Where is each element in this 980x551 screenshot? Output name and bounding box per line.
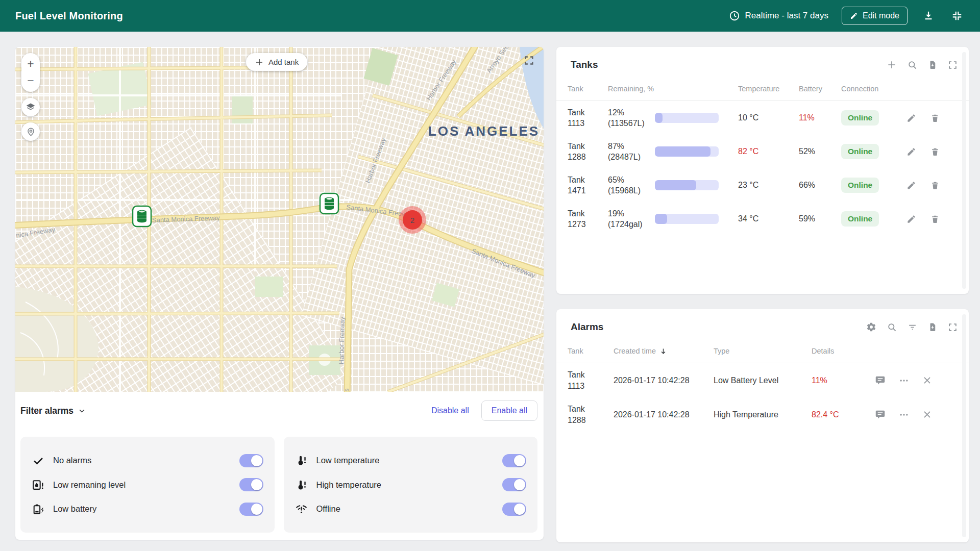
filter-item-low-battery: Low battery xyxy=(32,503,263,516)
enable-all-button[interactable]: Enable all xyxy=(481,400,537,421)
alarm-dismiss-button[interactable] xyxy=(922,410,932,419)
alarms-panel: Alarms Tank xyxy=(556,309,969,542)
edit-tank-button[interactable] xyxy=(906,181,916,190)
delete-tank-button[interactable] xyxy=(930,113,940,123)
settings-button[interactable] xyxy=(866,322,876,332)
filter-item-no-alarms: No alarms xyxy=(32,454,263,467)
filter-item-low-temperature: Low temperature xyxy=(295,454,527,467)
tank-marker[interactable] xyxy=(320,193,338,214)
tank-row[interactable]: Tank1273 19%(1724gal) 34 °C 59% Online xyxy=(556,202,969,236)
map-layers-button[interactable] xyxy=(21,98,40,116)
trash-icon xyxy=(930,147,940,157)
low-temperature-toggle[interactable] xyxy=(502,454,526,467)
status-badge: Online xyxy=(841,178,879,193)
gear-icon xyxy=(866,322,876,332)
delete-tank-button[interactable] xyxy=(930,147,940,157)
svg-text:Harbor Freeway: Harbor Freeway xyxy=(337,316,346,364)
alarm-dismiss-button[interactable] xyxy=(922,375,932,385)
tank-marker[interactable] xyxy=(133,206,151,227)
svg-text:Harbor Trans: Harbor Trans xyxy=(342,388,350,392)
close-icon xyxy=(922,375,932,385)
map-locate-button[interactable] xyxy=(21,122,40,141)
plus-icon xyxy=(255,58,264,67)
tank-row[interactable]: Tank1288 87%(28487L) 82 °C 52% Online xyxy=(556,135,969,168)
check-icon xyxy=(32,454,44,467)
alarm-comment-button[interactable] xyxy=(875,409,886,420)
search-button[interactable] xyxy=(887,322,897,332)
clock-icon xyxy=(729,10,740,21)
filter-item-high-temperature: High temperature xyxy=(295,478,527,491)
remaining-progress-bar xyxy=(655,180,719,190)
no-alarms-toggle[interactable] xyxy=(239,454,263,467)
add-row-button[interactable] xyxy=(887,60,897,70)
status-badge: Online xyxy=(841,211,879,227)
city-label: LOS ANGELES xyxy=(428,123,540,139)
low-remaining-toggle[interactable] xyxy=(239,478,263,491)
scrollbar[interactable] xyxy=(962,314,966,537)
filter-icon xyxy=(908,322,917,332)
download-button[interactable] xyxy=(921,8,936,23)
comment-icon xyxy=(875,409,886,420)
trash-icon xyxy=(930,214,940,224)
cluster-marker[interactable]: 2 xyxy=(399,206,426,234)
map-fullscreen-button[interactable] xyxy=(524,55,534,67)
comment-icon xyxy=(875,375,886,386)
alarm-comment-button[interactable] xyxy=(875,375,886,386)
panel-fullscreen-button[interactable] xyxy=(948,322,958,332)
map-filters-card: Santa Monica Freeway Santa Monica Freewa… xyxy=(15,47,544,540)
layers-icon xyxy=(26,102,36,112)
ellipsis-icon xyxy=(899,375,909,386)
filter-group-right: Low temperature High temperature xyxy=(284,437,538,533)
search-button[interactable] xyxy=(908,60,917,70)
export-button[interactable] xyxy=(928,322,937,332)
edit-tank-button[interactable] xyxy=(906,113,916,123)
disable-all-button[interactable]: Disable all xyxy=(425,402,475,419)
map[interactable]: Santa Monica Freeway Santa Monica Freewa… xyxy=(15,47,544,392)
tank-row[interactable]: Tank1471 65%(15968L) 23 °C 66% Online xyxy=(556,168,969,202)
time-range-picker[interactable]: Realtime - last 7 days xyxy=(729,10,828,21)
panel-fullscreen-button[interactable] xyxy=(948,60,958,70)
search-icon xyxy=(908,60,917,70)
low-battery-toggle[interactable] xyxy=(239,503,263,516)
filter-item-low-remaining: Low remaning level xyxy=(32,478,263,491)
trash-icon xyxy=(930,113,940,123)
tank-row[interactable]: Tank1113 12%(113567L) 10 °C 11% Online xyxy=(556,101,969,135)
pencil-icon xyxy=(906,181,916,190)
filter-item-offline: Offline xyxy=(295,503,527,516)
tanks-panel: Tanks Tank xyxy=(556,47,969,294)
delete-tank-button[interactable] xyxy=(930,214,940,224)
scrollbar[interactable] xyxy=(962,52,966,289)
filter-group-left: No alarms Low remaning level xyxy=(20,437,275,533)
remaining-progress-bar xyxy=(655,113,719,123)
pencil-icon xyxy=(906,147,916,157)
search-icon xyxy=(887,322,897,332)
edit-tank-button[interactable] xyxy=(906,214,916,224)
status-badge: Online xyxy=(841,110,879,126)
alarm-row[interactable]: Tank1113 2026-01-17 10:42:28 Low Battery… xyxy=(556,363,969,397)
sort-desc-icon[interactable] xyxy=(659,347,667,355)
alarms-panel-title: Alarms xyxy=(571,321,603,333)
export-button[interactable] xyxy=(928,60,937,70)
filter-button[interactable] xyxy=(908,322,917,332)
ellipsis-icon xyxy=(899,410,909,420)
page-title: Fuel Level Monitoring xyxy=(15,10,123,22)
zoom-in-button[interactable]: + xyxy=(27,58,34,70)
edit-tank-button[interactable] xyxy=(906,147,916,157)
alarm-more-button[interactable] xyxy=(899,410,909,420)
offline-toggle[interactable] xyxy=(502,503,526,516)
alarm-row[interactable]: Tank1288 2026-01-17 10:42:28 High Temper… xyxy=(556,397,969,432)
location-pin-icon xyxy=(26,127,36,137)
add-tank-button[interactable]: Add tank xyxy=(246,53,307,71)
high-temperature-toggle[interactable] xyxy=(502,478,526,491)
filter-alarms-dropdown[interactable]: Filter alarms xyxy=(20,406,86,416)
delete-tank-button[interactable] xyxy=(930,181,940,190)
alarm-more-button[interactable] xyxy=(899,375,909,386)
edit-mode-button[interactable]: Edit mode xyxy=(842,7,908,25)
thermometer-alert-icon xyxy=(295,479,308,491)
pencil-icon xyxy=(906,113,916,123)
zoom-out-button[interactable]: − xyxy=(27,75,34,87)
tanks-column-headers: Tank Remaining, % Temperature Battery Co… xyxy=(556,85,969,101)
compress-view-button[interactable] xyxy=(949,8,965,23)
app-root: Fuel Level Monitoring Realtime - last 7 … xyxy=(0,0,980,551)
battery-alert-icon xyxy=(32,503,44,515)
